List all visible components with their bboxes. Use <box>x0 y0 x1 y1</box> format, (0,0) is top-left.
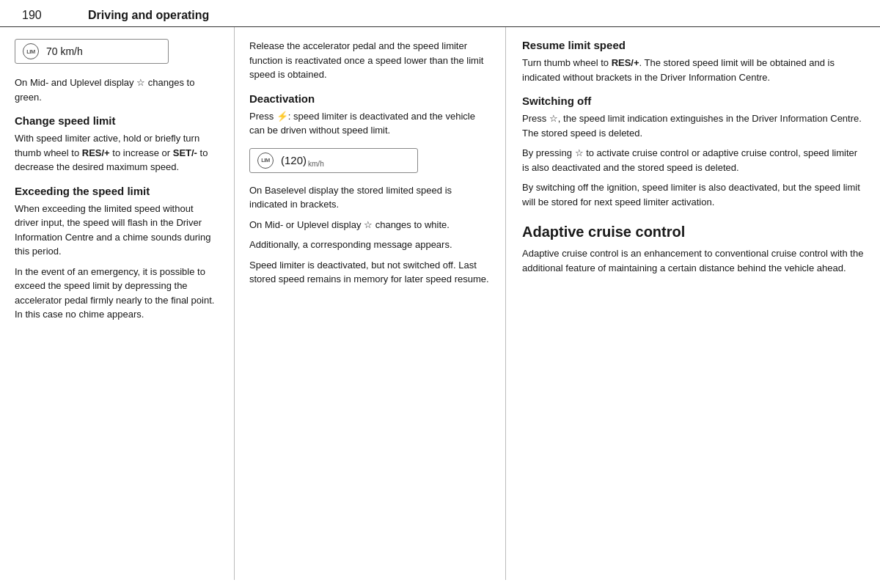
change-speed-heading: Change speed limit <box>15 114 219 127</box>
speed-display-1: LIM 70 km/h <box>15 39 169 64</box>
additionally-text: Additionally, a corresponding message ap… <box>249 238 491 252</box>
switching-off-para1: Press ☆, the speed limit indication exti… <box>522 111 864 140</box>
exceeding-speed-heading: Exceeding the speed limit <box>15 185 219 197</box>
switching-off-heading: Switching off <box>522 95 864 107</box>
page-title: Driving and operating <box>66 9 209 22</box>
resume-limit-body: Turn thumb wheel to RES/+. The stored sp… <box>522 56 864 84</box>
speed-limiter-text: Speed limiter is deactivated, but not sw… <box>249 258 491 287</box>
content-area: LIM 70 km/h On Mid- and Uplevel display … <box>0 27 880 580</box>
page-header: 190 Driving and operating <box>0 0 880 27</box>
resume-limit-heading: Resume limit speed <box>522 39 864 51</box>
switching-off-section: Switching off Press ☆, the speed limit i… <box>522 95 864 209</box>
adaptive-cruise-section: Adaptive cruise control Adaptive cruise … <box>522 224 864 275</box>
switching-off-para2: By pressing ☆ to activate cruise control… <box>522 146 864 174</box>
page-number: 190 <box>22 9 66 22</box>
deactivation-heading: Deactivation <box>249 92 491 105</box>
column-3: Resume limit speed Turn thumb wheel to R… <box>506 27 880 580</box>
speed-value-1: 70 km/h <box>46 45 83 57</box>
speed-value-2: (120) <box>281 154 307 166</box>
lim-icon-1: LIM <box>23 43 39 59</box>
release-text: Release the accelerator pedal and the sp… <box>249 39 491 82</box>
lim-icon-2: LIM <box>257 152 274 169</box>
adaptive-cruise-body: Adaptive cruise control is an enhancemen… <box>522 246 864 275</box>
midlevel-text: On Mid- or Uplevel display ☆ changes to … <box>249 218 491 232</box>
exceeding-speed-para2: In the event of an emergency, it is poss… <box>15 265 219 322</box>
deactivation-section: Deactivation Press ⚡: speed limiter is d… <box>249 92 491 138</box>
switching-off-para3: By switching off the ignition, speed lim… <box>522 180 864 209</box>
speed-unit-2: km/h <box>308 160 324 168</box>
column-2: Release the accelerator pedal and the sp… <box>235 27 506 580</box>
exceeding-speed-para1: When exceeding the limited speed without… <box>15 202 219 259</box>
resume-limit-section: Resume limit speed Turn thumb wheel to R… <box>522 39 864 84</box>
change-speed-body: With speed limiter active, hold or brief… <box>15 131 219 174</box>
column-1: LIM 70 km/h On Mid- and Uplevel display … <box>0 27 235 580</box>
adaptive-cruise-heading: Adaptive cruise control <box>522 224 864 240</box>
speed-display-2: LIM (120) km/h <box>249 148 418 173</box>
intro-text: On Mid- and Uplevel display ☆ changes to… <box>15 76 219 104</box>
change-speed-section: Change speed limit With speed limiter ac… <box>15 114 219 174</box>
exceeding-speed-section: Exceeding the speed limit When exceeding… <box>15 185 219 322</box>
deactivation-body: Press ⚡: speed limiter is deactivated an… <box>249 109 491 138</box>
baselevel-text: On Baselevel display the stored limited … <box>249 183 491 212</box>
